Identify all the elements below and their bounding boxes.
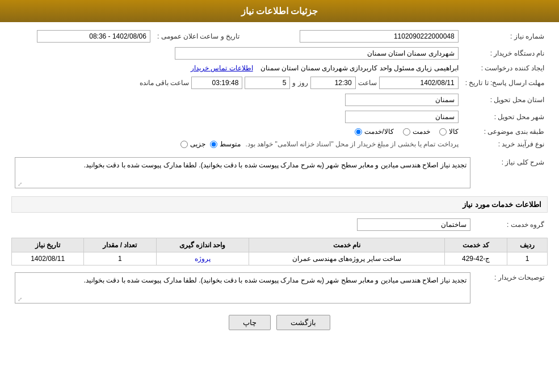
category-kala-radio[interactable] <box>439 128 447 136</box>
category-kala-khadamat-label: کالا/خدمت <box>364 128 393 136</box>
province-label: استان محل تحویل : <box>462 91 548 108</box>
response-date-input[interactable] <box>379 77 459 89</box>
process-motavaset-label: متوسط <box>220 140 241 148</box>
response-days-input[interactable] <box>245 77 290 89</box>
page-title: جزئیات اطلاعات نیاز <box>0 0 559 22</box>
col-date: تاریخ نیاز <box>12 238 84 252</box>
general-desc-text: تجدید نیاز اصلاح هندسی میادین و معابر سط… <box>84 161 466 169</box>
requester-input[interactable] <box>175 47 459 60</box>
remaining-label: ساعت باقی مانده <box>140 79 190 87</box>
response-time-input[interactable] <box>310 77 356 89</box>
requester-label: نام دستگاه خریدار : <box>462 45 548 62</box>
category-kala-label: کالا <box>449 128 459 136</box>
general-desc-label: شرح کلی نیاز : <box>474 155 548 191</box>
buyer-notes-label: توصیحات خریدار : <box>474 270 548 306</box>
buyer-notes-box: تجدید نیاز اصلاح هندسی میادین و معابر سط… <box>15 272 470 304</box>
category-khadamat-label: خدمت <box>413 128 430 136</box>
print-button[interactable]: چاپ <box>229 315 271 330</box>
table-row: 1 ج-42-429 ساخت سایر پروژه‌های مهندسی عم… <box>12 252 548 265</box>
province-input[interactable] <box>345 94 459 106</box>
button-group: بازگشت چاپ <box>11 315 548 330</box>
cell-unit: پروژه <box>156 252 249 265</box>
cell-count: 1 <box>84 252 156 265</box>
announce-label: تاریخ و ساعت اعلان عمومی : <box>154 28 243 45</box>
process-jozi-label: جزیی <box>190 140 205 148</box>
col-count: تعداد / مقدار <box>84 238 156 252</box>
process-label: نوع فرآیند خرید : <box>462 138 548 150</box>
col-row-num: ردیف <box>507 238 547 252</box>
resize-handle[interactable]: ⤢ <box>16 181 22 187</box>
col-unit: واحد اندازه گیری <box>156 238 249 252</box>
services-table: ردیف کد خدمت نام خدمت واحد اندازه گیری ت… <box>11 238 548 265</box>
creator-value: ابراهیمی زیاری مسئول واحد کاربردازی شهرد… <box>260 64 459 72</box>
process-motavaset-radio[interactable] <box>210 141 217 148</box>
city-input[interactable] <box>345 111 459 123</box>
day-label: روز و <box>292 79 308 87</box>
service-group-input[interactable] <box>357 218 470 231</box>
cell-name: ساخت سایر پروژه‌های مهندسی عمران <box>249 252 445 265</box>
category-label: طبقه بندی موضوعی : <box>462 125 548 138</box>
creator-contact-link[interactable]: اطلاعات تماس خریدار <box>191 64 253 72</box>
back-button[interactable]: بازگشت <box>276 315 330 330</box>
request-number-input[interactable] <box>300 30 459 43</box>
city-label: شهر محل تحویل : <box>462 108 548 125</box>
time-label: ساعت <box>358 79 377 87</box>
deadline-label: مهلت ارسال پاسخ: تا تاریخ : <box>462 74 548 91</box>
process-desc: پرداخت تمام یا بخشی از مبلغ خریدار از مح… <box>245 140 458 148</box>
col-service-code: کد خدمت <box>445 238 507 252</box>
service-group-label: گروه خدمت : <box>474 216 548 233</box>
cell-date: 1402/08/11 <box>12 252 84 265</box>
services-section-header: اطلاعات خدمات مورد نیاز <box>11 196 548 213</box>
category-kala-khadamat-radio[interactable] <box>355 128 362 136</box>
request-number-label: شماره نیاز : <box>462 28 548 45</box>
col-service-name: نام خدمت <box>249 238 445 252</box>
buyer-notes-text: تجدید نیاز اصلاح هندسی میادین و معابر سط… <box>84 276 466 284</box>
cell-row: 1 <box>507 252 547 265</box>
response-remaining-input[interactable] <box>191 77 242 89</box>
category-khadamat-radio[interactable] <box>403 128 410 136</box>
buyer-notes-resize[interactable]: ⤢ <box>16 296 22 302</box>
announce-value-input[interactable] <box>37 30 150 43</box>
cell-code: ج-42-429 <box>445 252 507 265</box>
process-jozi-radio[interactable] <box>180 141 188 148</box>
general-desc-box: تجدید نیاز اصلاح هندسی میادین و معابر سط… <box>15 157 470 188</box>
creator-label: ایجاد کننده درخواست : <box>462 62 548 74</box>
